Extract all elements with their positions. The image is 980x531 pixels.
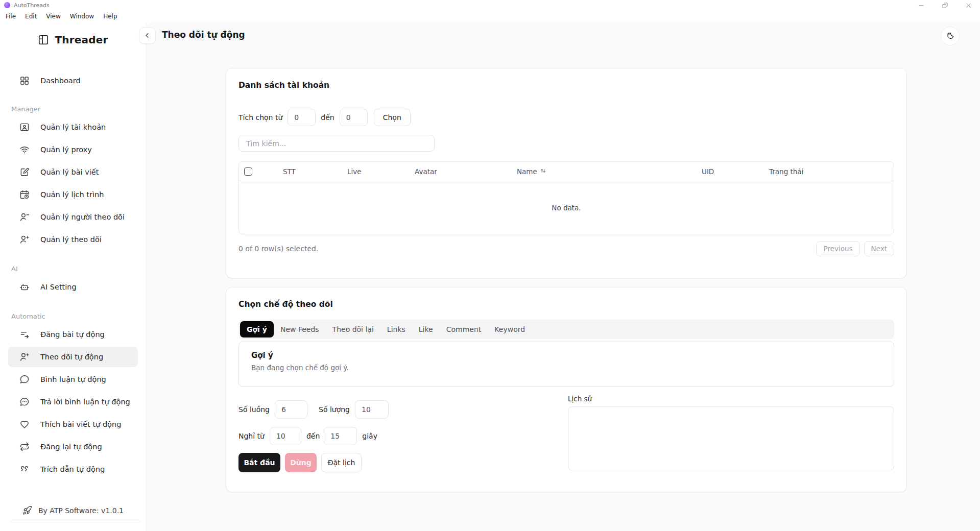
sidebar-item-label: Trả lời bình luận tự động — [40, 398, 130, 406]
section-label-ai: AI — [11, 265, 138, 273]
sidebar-item-auto-repost[interactable]: Đăng lại tự động — [8, 437, 138, 457]
tab-goi-y[interactable]: Gợi ý — [240, 321, 274, 337]
column-live: Live — [339, 167, 407, 176]
sidebar-item-follower-manager[interactable]: Quản lý người theo dõi — [8, 207, 138, 227]
select-range-label: Tích chọn từ — [238, 113, 282, 122]
mode-panel: Gợi ý Bạn đang chọn chế độ gợi ý. — [238, 342, 894, 387]
theme-toggle-button[interactable] — [941, 27, 960, 45]
select-all-checkbox[interactable] — [244, 167, 252, 176]
select-button[interactable]: Chọn — [374, 109, 411, 126]
chevron-left-icon — [143, 31, 152, 40]
sidebar-logo-label: Threader — [55, 34, 108, 46]
sidebar-item-auto-follow[interactable]: Theo dõi tự động — [8, 347, 138, 367]
edit-square-icon — [19, 167, 30, 177]
rocket-icon — [22, 505, 32, 515]
quantity-input[interactable] — [355, 400, 389, 419]
footer-divider — [10, 522, 141, 522]
account-card-icon — [19, 122, 30, 132]
start-button[interactable]: Bắt đầu — [238, 453, 280, 472]
threader-logo-icon — [38, 34, 49, 45]
sidebar: Threader Dashboard Manager Quản lý tài k… — [0, 22, 147, 531]
tab-keyword[interactable]: Keyword — [488, 321, 532, 337]
rest-from-input[interactable] — [270, 427, 301, 445]
search-input[interactable] — [238, 135, 435, 152]
tab-theo-doi-lai[interactable]: Theo dõi lại — [326, 321, 380, 337]
footer-version-text: By ATP Software: v1.0.1 — [38, 506, 124, 515]
column-status: Trạng thái — [761, 167, 894, 176]
main-content: Theo dõi tự động Danh sách tài khoản Tíc… — [147, 22, 980, 531]
sidebar-item-post-manager[interactable]: Quản lý bài viết — [8, 162, 138, 182]
menu-window[interactable]: Window — [65, 11, 99, 21]
minimize-icon[interactable] — [918, 2, 925, 9]
history-label: Lịch sử — [568, 395, 894, 403]
rest-to-input[interactable] — [324, 427, 357, 445]
message-dots-icon — [19, 397, 30, 407]
rest-label: Nghỉ từ — [238, 432, 265, 440]
menu-help[interactable]: Help — [99, 11, 122, 21]
select-to-input[interactable] — [340, 109, 368, 126]
sidebar-item-label: Đăng bài tự động — [40, 330, 105, 339]
sidebar-item-label: Trích dẫn tự động — [40, 465, 105, 473]
table-footer: 0 of 0 row(s) selected. Previous Next — [238, 241, 894, 256]
menu-view[interactable]: View — [41, 11, 65, 21]
select-from-input[interactable] — [288, 109, 316, 126]
menu-edit[interactable]: Edit — [20, 11, 41, 21]
stop-button[interactable]: Dừng — [285, 453, 317, 472]
schedule-button[interactable]: Đặt lịch — [321, 453, 362, 472]
selection-summary: 0 of 0 row(s) selected. — [238, 245, 318, 253]
quantity-label: Số lượng — [319, 405, 350, 414]
sidebar-item-account-manager[interactable]: Quản lý tài khoản — [8, 117, 138, 137]
sidebar-item-follow-manager[interactable]: Quản lý theo dõi — [8, 229, 138, 250]
section-label-manager: Manager — [11, 105, 138, 113]
column-uid: UID — [694, 167, 761, 176]
user-plus-icon — [19, 234, 30, 245]
tab-like[interactable]: Like — [412, 321, 440, 337]
page-title: Theo dõi tự động — [162, 30, 245, 40]
back-button[interactable] — [139, 27, 156, 44]
wifi-icon — [19, 144, 30, 155]
select-range-row: Tích chọn từ đến Chọn — [238, 109, 894, 126]
column-stt: STT — [275, 167, 339, 176]
calendar-clock-icon — [19, 189, 30, 200]
sidebar-item-label: Theo dõi tự động — [40, 353, 103, 361]
app-logo-icon — [4, 2, 10, 8]
tab-comment[interactable]: Comment — [440, 321, 488, 337]
table-empty-state: No data. — [239, 181, 894, 234]
sidebar-item-auto-like[interactable]: Thích bài viết tự động — [8, 414, 138, 435]
sidebar-item-auto-reply[interactable]: Trả lời bình luận tự động — [8, 392, 138, 412]
moon-stars-icon — [945, 31, 955, 41]
list-arrow-icon — [19, 329, 30, 340]
next-page-button[interactable]: Next — [864, 241, 894, 256]
sidebar-item-label: Bình luận tự động — [40, 375, 106, 383]
window-controls — [918, 2, 972, 9]
threads-input[interactable] — [275, 400, 307, 419]
sidebar-item-label: Quản lý theo dõi — [40, 235, 102, 244]
menu-file[interactable]: File — [1, 11, 20, 21]
tab-links[interactable]: Links — [380, 321, 412, 337]
sidebar-item-label: Dashboard — [40, 77, 81, 85]
mode-controls: Số luồng Số lượng Nghỉ từ đến giây Bắt đ… — [238, 400, 568, 472]
sidebar-item-auto-quote[interactable]: Trích dẫn tự động — [8, 459, 138, 479]
restore-icon[interactable] — [941, 2, 948, 9]
column-name-label: Name — [517, 167, 537, 176]
accounts-card-title: Danh sách tài khoản — [238, 81, 894, 90]
sidebar-item-ai-setting[interactable]: AI Setting — [8, 277, 138, 297]
sidebar-item-schedule-manager[interactable]: Quản lý lịch trình — [8, 184, 138, 205]
mode-panel-description: Bạn đang chọn chế độ gợi ý. — [251, 364, 881, 372]
previous-page-button[interactable]: Previous — [816, 241, 859, 256]
tab-new-feeds[interactable]: New Feeds — [274, 321, 326, 337]
accounts-table: STT Live Avatar Name UID Trạng thái No d… — [238, 161, 894, 234]
sidebar-item-auto-post[interactable]: Đăng bài tự động — [8, 324, 138, 345]
sort-icon — [539, 167, 547, 176]
rest-between-label: đến — [306, 432, 320, 440]
sidebar-item-auto-comment[interactable]: Bình luận tự động — [8, 369, 138, 390]
column-name-sortable[interactable]: Name — [509, 167, 694, 176]
close-icon[interactable] — [965, 2, 972, 9]
threads-label: Số luồng — [238, 405, 270, 414]
accounts-card: Danh sách tài khoản Tích chọn từ đến Chọ… — [226, 68, 907, 278]
user-minus-icon — [19, 212, 30, 222]
titlebar: AutoThreads — [0, 0, 980, 10]
sidebar-item-dashboard[interactable]: Dashboard — [8, 70, 138, 91]
heart-icon — [19, 419, 30, 429]
sidebar-item-proxy-manager[interactable]: Quản lý proxy — [8, 139, 138, 160]
